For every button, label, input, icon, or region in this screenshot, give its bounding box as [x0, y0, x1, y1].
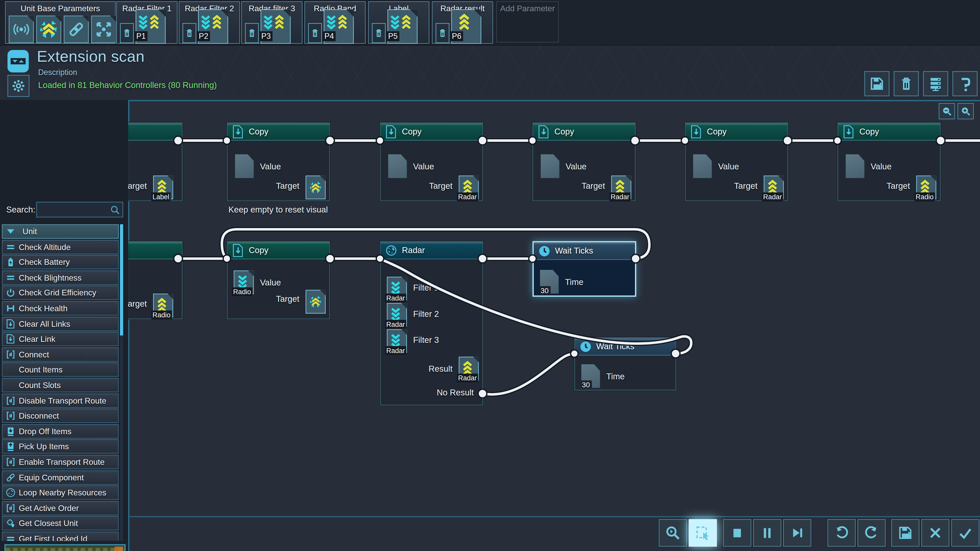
parameter-card[interactable]: P3 [261, 10, 291, 44]
node-copy-6[interactable]: Copy Radio Value Target [227, 241, 330, 319]
node-copy-partial-2[interactable]: Copy arget Radio [128, 241, 183, 319]
parameter-card[interactable]: P1 [135, 10, 165, 44]
delete-parameter-button[interactable] [436, 23, 449, 43]
filter3-card-radar[interactable]: Radar [387, 329, 407, 353]
sidebar-item-check-altitude[interactable]: Check Altitude [2, 240, 119, 254]
sidebar-item-enable-transport-route[interactable]: Enable Transport Route [2, 455, 119, 469]
help-button[interactable] [953, 71, 977, 96]
target-card-label[interactable]: Label [153, 176, 173, 199]
node-copy-3[interactable]: Copy Value Target Radar [533, 122, 636, 201]
select-tool-button[interactable] [689, 519, 717, 547]
sidebar-item-check-battery[interactable]: Check Battery [2, 255, 119, 269]
canvas-zoom-out-button[interactable] [939, 103, 955, 119]
sidebar-scrollbar[interactable] [120, 224, 123, 541]
tab-param-p6[interactable]: Radar resultP6 [432, 1, 493, 44]
delete-parameter-button[interactable] [372, 23, 386, 43]
description-link[interactable]: Description [38, 68, 77, 77]
value-card-radio[interactable]: Radio [234, 270, 254, 294]
value-slot[interactable] [845, 154, 864, 178]
base-param-slot[interactable] [9, 16, 34, 43]
sidebar-item-pick-up-items[interactable]: Pick Up Items [2, 439, 119, 454]
result-card-radar[interactable]: Radar [459, 357, 479, 380]
sidebar-item-drop-off-items[interactable]: Drop Off Items [2, 424, 119, 438]
node-copy-5[interactable]: Copy Value Target Radio [838, 122, 941, 201]
target-card-radio[interactable]: Radio [916, 176, 936, 199]
base-param-slot[interactable] [36, 16, 61, 43]
redo-button[interactable] [858, 519, 886, 547]
parameter-badge: P2 [197, 31, 210, 41]
scrollbar-thumb[interactable] [120, 224, 123, 335]
sidebar-item-check-health[interactable]: Check Health [2, 301, 119, 315]
filter1-label: Filter 1 [413, 283, 439, 292]
base-param-slot[interactable] [91, 16, 116, 43]
add-parameter-button[interactable]: Add Parameter [496, 1, 558, 43]
confirm-button[interactable] [951, 519, 979, 547]
base-param-slot[interactable] [64, 16, 89, 43]
server-button[interactable] [923, 71, 948, 96]
tab-unit-base-parameters[interactable]: Unit Base Parameters [5, 1, 116, 44]
sidebar-item-count-items[interactable]: Count Items [2, 362, 119, 377]
sidebar-item-loop-nearby-resources[interactable]: Loop Nearby Resources [2, 486, 119, 500]
tab-param-p1[interactable]: Radar Filter 1P1 [116, 1, 178, 44]
sidebar-item-connect[interactable]: Connect [2, 347, 119, 362]
inspect-magnifier-button[interactable] [659, 519, 687, 547]
stop-button[interactable] [723, 519, 751, 547]
step-forward-button[interactable] [783, 519, 811, 547]
tab-param-p5[interactable]: LabelP5 [368, 1, 429, 44]
node-radar[interactable]: Radar Radar Filter 1 Radar Filter 2 Rada… [380, 241, 483, 405]
undo-button[interactable] [827, 519, 856, 547]
node-copy-2[interactable]: Copy Value Target Radar [380, 122, 483, 201]
settings-button[interactable] [7, 75, 29, 97]
target-card-visual[interactable] [306, 290, 326, 313]
filter2-card-radar[interactable]: Radar [387, 303, 407, 327]
node-wait-ticks-1[interactable]: Wait Ticks 30 Time [533, 241, 636, 297]
cancel-button[interactable] [921, 519, 950, 547]
save-button[interactable] [864, 71, 889, 96]
target-card-radio[interactable]: Radio [153, 294, 173, 318]
canvas-zoom-in-button[interactable] [958, 103, 974, 119]
value-slot[interactable] [541, 154, 559, 178]
delete-parameter-button[interactable] [308, 23, 322, 43]
sidebar-item-clear-link[interactable]: Clear Link [2, 332, 119, 346]
target-card-radar[interactable]: Radar [764, 176, 784, 199]
node-copy-4[interactable]: Copy Value Target Radar [685, 122, 788, 201]
sidebar-item-equip-component[interactable]: Equip Component [2, 470, 119, 484]
parameter-card[interactable]: P4 [324, 10, 354, 44]
sidebar-item-check-blightness[interactable]: Check Blightness [2, 270, 119, 285]
tab-param-p3[interactable]: Radar filter 3P3 [241, 1, 302, 44]
sidebar-item-get-closest-unit[interactable]: Get Closest Unit [2, 516, 119, 530]
sidebar-item-get-first-locked-id[interactable]: Get First Locked Id [2, 532, 119, 541]
time-slot[interactable]: 30 [540, 270, 558, 294]
time-slot[interactable]: 30 [581, 364, 600, 388]
node-copy-partial[interactable]: Copy arget Label [128, 122, 183, 201]
sidebar-item-unit[interactable]: Unit [2, 224, 119, 238]
delete-parameter-button[interactable] [245, 23, 259, 43]
delete-parameter-button[interactable] [120, 23, 134, 43]
sidebar-item-get-active-order[interactable]: Get Active Order [2, 501, 119, 515]
sidebar-item-disable-transport-route[interactable]: Disable Transport Route [2, 393, 119, 408]
value-slot[interactable] [235, 154, 254, 178]
tab-param-p2[interactable]: Radar Filter 2P2 [179, 1, 240, 44]
save-button[interactable] [891, 519, 919, 547]
sidebar-item-count-slots[interactable]: Count Slots [2, 378, 119, 392]
target-card-radar[interactable]: Radar [459, 176, 479, 199]
parameter-card[interactable]: P2 [198, 10, 228, 44]
node-wait-ticks-2[interactable]: Wait Ticks 30 Time [574, 337, 676, 390]
target-card-radar[interactable]: Radar [611, 176, 631, 199]
node-copy-1[interactable]: Copy Value Target [227, 122, 330, 201]
value-slot[interactable] [693, 154, 712, 178]
minimap-preview[interactable] [4, 544, 126, 551]
sidebar-item-disconnect[interactable]: Disconnect [2, 409, 119, 423]
filter1-card-radar[interactable]: Radar [387, 277, 407, 300]
target-card-visual[interactable] [306, 176, 326, 199]
sidebar-item-check-grid-efficiency[interactable]: Check Grid Efficiency [2, 286, 119, 300]
pause-button[interactable] [753, 519, 781, 547]
delete-button[interactable] [894, 71, 919, 96]
parameter-card[interactable]: P6 [451, 10, 481, 44]
delete-parameter-button[interactable] [183, 23, 196, 43]
node-graph-canvas[interactable]: Copy arget Label Copy Value Target Keep … [128, 100, 980, 551]
sidebar-item-clear-all-links[interactable]: Clear All Links [2, 317, 119, 331]
tab-param-p4[interactable]: Radio BandP4 [304, 1, 366, 44]
value-slot[interactable] [388, 154, 407, 178]
parameter-card[interactable]: P5 [387, 10, 417, 44]
